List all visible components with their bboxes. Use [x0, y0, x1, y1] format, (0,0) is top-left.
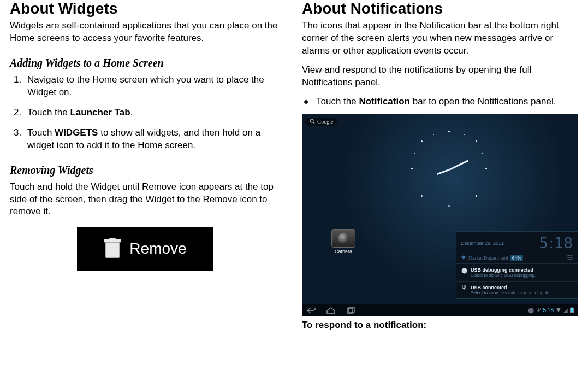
- status-battery-icon: [570, 307, 574, 314]
- magnifier-icon: [310, 119, 315, 125]
- camera-app-icon[interactable]: Camera: [331, 229, 355, 254]
- left-column: About Widgets Widgets are self-contained…: [10, 0, 280, 331]
- notifications-para2: View and respond to the notifications by…: [302, 64, 578, 89]
- search-label: Google: [317, 119, 333, 125]
- recent-button[interactable]: [346, 307, 355, 314]
- search-widget[interactable]: Google: [305, 118, 337, 126]
- camera-icon: [331, 229, 355, 248]
- wifi-name: Market Department: [468, 255, 508, 261]
- remove-label: Remove: [129, 240, 186, 257]
- analog-clock-widget[interactable]: [411, 131, 488, 207]
- svg-rect-0: [106, 243, 120, 258]
- wifi-pct: 64%: [510, 255, 523, 261]
- svg-line-4: [313, 122, 315, 124]
- bullet-text: Touch the Notification bar to open the N…: [316, 96, 578, 109]
- step-2: Touch the Launcher Tab.: [24, 107, 280, 119]
- heading-about-notifications: About Notifications: [302, 0, 578, 17]
- notif2-sub: Select to copy files to/from your comput…: [471, 290, 552, 295]
- nav-bar: ⬤ Ψ 5:18 ◢: [302, 304, 578, 316]
- heading-about-widgets: About Widgets: [10, 0, 280, 17]
- step-3-bold: WIDGETS: [55, 127, 98, 138]
- right-column: About Notifications The icons that appea…: [302, 0, 578, 331]
- notif-item-2[interactable]: Ψ USB connected Select to copy files to/…: [456, 281, 578, 298]
- heading-adding-widgets: Adding Widgets to a Home Screen: [10, 57, 280, 69]
- step-2-pre: Touch the: [27, 107, 70, 118]
- svg-rect-9: [571, 257, 572, 258]
- tablet-screenshot: Google Camera: [302, 114, 578, 316]
- panel-wifi-row[interactable]: Market Department 64%: [456, 253, 578, 263]
- step-2-bold: Launcher Tab: [70, 107, 130, 118]
- notifications-panel[interactable]: December 29, 2011 5:18 Market Department…: [456, 231, 578, 299]
- notifications-intro: The icons that appear in the Notificatio…: [302, 20, 578, 57]
- status-area[interactable]: ⬤ Ψ 5:18 ◢: [528, 307, 574, 314]
- status-usb-icon: Ψ: [536, 307, 541, 313]
- notif-item-1[interactable]: ⬤ USB debugging connected Select to disa…: [456, 263, 578, 281]
- remove-bar-image: Remove: [77, 227, 213, 271]
- star-icon: ✦: [302, 96, 316, 109]
- camera-label: Camera: [331, 249, 355, 254]
- notification-bullet: ✦ Touch the Notification bar to open the…: [302, 96, 578, 109]
- panel-date: December 29, 2011: [461, 241, 504, 246]
- widgets-intro: Widgets are self-contained applications …: [10, 20, 280, 45]
- step-2-post: .: [130, 107, 133, 118]
- back-button[interactable]: [306, 307, 316, 314]
- trash-icon: [103, 238, 122, 260]
- notif2-title: USB connected: [471, 285, 552, 290]
- bullet-post: bar to open the Notifications panel.: [410, 96, 556, 107]
- notif1-title: USB debugging connected: [471, 267, 536, 273]
- removing-text: Touch and hold the Widget until Remove i…: [10, 181, 280, 219]
- heading-removing-widgets: Removing Widgets: [10, 164, 280, 177]
- status-time: 5:18: [543, 307, 554, 313]
- step-3: Touch WIDGETS to show all widgets, and t…: [24, 127, 280, 152]
- bug-icon: ⬤: [461, 267, 467, 278]
- status-signal-icon: ◢: [563, 307, 568, 313]
- bullet-bold: Notification: [359, 96, 410, 107]
- panel-time: 5:18: [539, 235, 573, 251]
- panel-header: December 29, 2011 5:18: [456, 232, 578, 253]
- svg-point-3: [310, 119, 313, 122]
- svg-rect-15: [571, 308, 573, 312]
- step-1: Navigate to the Home screen which you wa…: [24, 74, 280, 99]
- respond-heading: To respond to a notification:: [302, 320, 578, 331]
- wifi-icon: [461, 255, 466, 261]
- svg-rect-10: [569, 259, 570, 260]
- status-wifi-icon: [556, 307, 561, 313]
- status-notif-icon: ⬤: [528, 307, 534, 313]
- bullet-pre: Touch the: [316, 96, 359, 107]
- svg-rect-8: [568, 255, 569, 256]
- settings-icon[interactable]: [567, 255, 573, 261]
- adding-steps-list: Navigate to the Home screen which you wa…: [10, 74, 280, 152]
- step-3-pre: Touch: [27, 127, 55, 138]
- usb-icon: Ψ: [461, 285, 467, 295]
- notif1-sub: Select to disable USB debugging.: [471, 273, 536, 278]
- svg-rect-2: [110, 238, 116, 240]
- svg-rect-14: [572, 307, 573, 308]
- home-button[interactable]: [326, 307, 336, 314]
